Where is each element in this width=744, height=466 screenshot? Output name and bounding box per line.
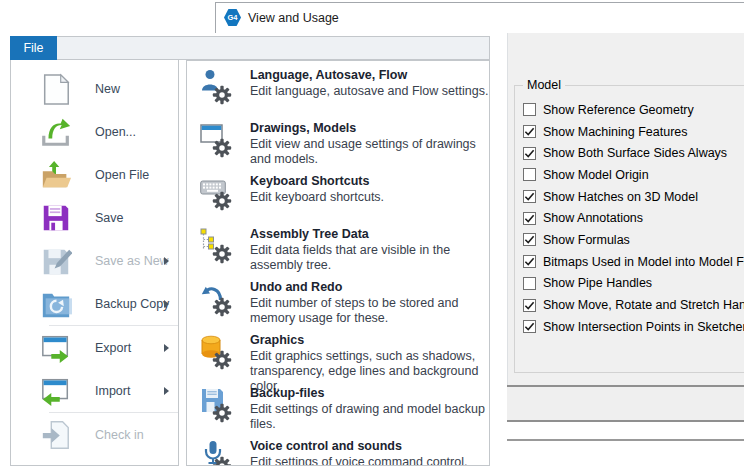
model-checkbox-row: Show Pipe Handles <box>523 273 744 295</box>
save-as-new-icon <box>39 244 73 278</box>
file-dropdown-menu: New Open... Open File <box>10 60 179 466</box>
model-checkbox-row: Show Intersection Points in Sketcher <box>523 316 744 338</box>
file-menu-item-label: Save <box>95 211 124 225</box>
checkbox-checked[interactable] <box>523 255 536 268</box>
backup-copy-icon <box>39 287 73 321</box>
tab-bar-top-border <box>215 2 744 3</box>
file-menu-item-check-in[interactable]: Check in <box>11 413 178 456</box>
settings-submenu: Language, Autosave, Flow Edit language, … <box>186 60 490 466</box>
graphics-cylinder-gear-icon <box>198 333 242 375</box>
submenu-arrow-icon <box>164 257 169 265</box>
settings-item-description: Edit data fields that are visible in the… <box>250 243 490 273</box>
file-menu-item-label: Export <box>95 341 131 355</box>
settings-item-description: Edit language, autosave and Flow setting… <box>250 84 490 99</box>
model-checkbox-row: Show Reference Geometry <box>523 99 744 121</box>
checkbox-label: Show Model Origin <box>543 168 649 182</box>
settings-item-title: Keyboard Shortcuts <box>250 174 490 188</box>
import-icon <box>39 374 73 408</box>
file-menu-item-label: New <box>95 82 120 96</box>
checkbox-unchecked[interactable] <box>523 103 536 116</box>
model-checkbox-row: Show Annotations <box>523 207 744 229</box>
backup-files-gear-icon <box>198 386 242 428</box>
new-document-icon <box>39 72 73 106</box>
settings-item-undo-and-redo[interactable]: Undo and Redo Edit number of steps to be… <box>187 276 489 329</box>
settings-item-drawings-models[interactable]: Drawings, Models Edit view and usage set… <box>187 117 489 170</box>
microphone-gear-icon <box>198 439 242 466</box>
settings-item-title: Backup-files <box>250 386 490 400</box>
tab-left-border <box>215 2 216 33</box>
lower-panel-bottom-edge <box>507 420 744 422</box>
settings-item-description: Edit keyboard shortcuts. <box>250 190 490 205</box>
file-menu-item-import[interactable]: Import <box>11 369 178 412</box>
file-menu-item-open[interactable]: Open... <box>11 110 178 153</box>
checkbox-label: Show Reference Geometry <box>543 103 694 117</box>
file-menu-item-new[interactable]: New <box>11 67 178 110</box>
checkbox-label: Show Pipe Handles <box>543 276 652 290</box>
checkbox-label: Show Move, Rotate and Stretch Handles <box>543 298 744 312</box>
assembly-tree-gear-icon <box>198 227 242 269</box>
model-checkbox-row: Show Both Surface Sides Always <box>523 142 744 164</box>
settings-item-description: Edit settings of drawing and model backu… <box>250 402 490 432</box>
user-gear-icon <box>198 68 242 110</box>
settings-item-keyboard-shortcuts[interactable]: Keyboard Shortcuts Edit keyboard shortcu… <box>187 170 489 223</box>
settings-item-language-autosave-flow[interactable]: Language, Autosave, Flow Edit language, … <box>187 64 489 117</box>
checkbox-label: Show Hatches on 3D Model <box>543 190 698 204</box>
checkbox-label: Show Machining Features <box>543 125 688 139</box>
ribbon-strip <box>10 36 490 60</box>
document-tab-view-and-usage[interactable]: G4 View and Usage <box>224 9 339 26</box>
model-checkbox-row: Show Formulas <box>523 229 744 251</box>
file-menu-item-save[interactable]: Save <box>11 196 178 239</box>
file-menu-item-label: Check in <box>95 428 144 442</box>
file-menu-item-label: Open File <box>95 168 149 182</box>
checkbox-checked[interactable] <box>523 212 536 225</box>
checkbox-checked[interactable] <box>523 299 536 312</box>
model-checkbox-row: Show Machining Features <box>523 121 744 143</box>
model-groupbox-label: Model <box>523 78 565 92</box>
checkbox-checked[interactable] <box>523 147 536 160</box>
submenu-arrow-icon <box>164 300 169 308</box>
file-menu-item-label: Open... <box>95 125 136 139</box>
open-file-icon <box>39 158 73 192</box>
checkbox-checked[interactable] <box>523 320 536 333</box>
submenu-arrow-icon <box>164 344 169 352</box>
settings-item-title: Language, Autosave, Flow <box>250 68 490 82</box>
model-checkbox-row: Bitmaps Used in Model into Model File <box>523 251 744 273</box>
document-tab-title: View and Usage <box>248 11 339 25</box>
checkbox-label: Show Annotations <box>543 211 643 225</box>
file-menu-item-backup-copy[interactable]: Backup Copy <box>11 282 178 325</box>
window-gear-icon <box>198 121 242 163</box>
checkbox-checked[interactable] <box>523 125 536 138</box>
settings-item-title: Drawings, Models <box>250 121 490 135</box>
file-menu-item-label: Backup Copy <box>95 297 169 311</box>
keyboard-gear-icon <box>198 174 242 216</box>
settings-item-description: Edit view and usage settings of drawings… <box>250 137 490 167</box>
undo-gear-icon <box>198 280 242 322</box>
file-menu-item-label: Import <box>95 384 130 398</box>
file-menu-item-open-file[interactable]: Open File <box>11 153 178 196</box>
settings-item-voice-control-and-sounds[interactable]: Voice control and sounds Edit settings o… <box>187 435 489 466</box>
check-in-icon <box>39 418 73 452</box>
checkbox-checked[interactable] <box>523 233 536 246</box>
checkbox-label: Bitmaps Used in Model into Model File <box>543 255 744 269</box>
lower-panel-strip <box>507 387 744 420</box>
settings-item-backup-files[interactable]: Backup-files Edit settings of drawing an… <box>187 382 489 435</box>
checkbox-unchecked[interactable] <box>523 168 536 181</box>
checkbox-unchecked[interactable] <box>523 277 536 290</box>
checkbox-label: Show Intersection Points in Sketcher <box>543 320 744 334</box>
model-checkbox-row: Show Move, Rotate and Stretch Handles <box>523 294 744 316</box>
checkbox-label: Show Both Surface Sides Always <box>543 146 727 160</box>
file-menu-item-export[interactable]: Export <box>11 326 178 369</box>
settings-item-title: Undo and Redo <box>250 280 490 294</box>
settings-item-title: Voice control and sounds <box>250 439 490 453</box>
settings-item-description: Edit number of steps to be stored and me… <box>250 296 490 326</box>
settings-item-graphics[interactable]: Graphics Edit graphics settings, such as… <box>187 329 489 382</box>
settings-item-assembly-tree-data[interactable]: Assembly Tree Data Edit data fields that… <box>187 223 489 276</box>
file-menu-button[interactable]: File <box>10 36 57 60</box>
checkbox-checked[interactable] <box>523 190 536 203</box>
model-checkbox-list: Show Reference GeometryShow Machining Fe… <box>515 86 744 338</box>
model-checkbox-row: Show Hatches on 3D Model <box>523 186 744 208</box>
file-menu-item-save-as-new[interactable]: Save as New <box>11 239 178 282</box>
settings-item-description: Edit settings of voice command control, … <box>250 455 490 466</box>
application-window: G4 View and Usage File Model Show Refere… <box>0 0 744 466</box>
g4-app-badge-icon: G4 <box>224 9 241 26</box>
